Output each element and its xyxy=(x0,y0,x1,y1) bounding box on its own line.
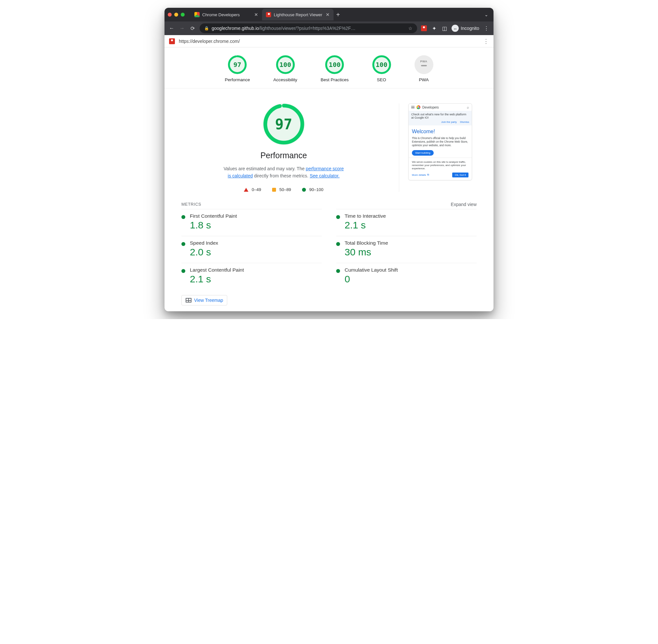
reload-button[interactable]: ⟳ xyxy=(189,25,196,31)
svg-point-3 xyxy=(373,56,390,73)
gauge-label: Best Practices xyxy=(321,77,349,82)
treemap-label: View Treemap xyxy=(194,298,223,303)
legend-good: 90–100 xyxy=(302,187,323,192)
svg-point-1 xyxy=(277,56,294,73)
tab-lighthouse-viewer[interactable]: Lighthouse Report Viewer ✕ xyxy=(262,9,333,21)
preview-brand: Developers xyxy=(422,106,465,109)
status-dot-icon xyxy=(336,215,340,219)
status-dot-icon xyxy=(181,215,185,219)
triangle-icon xyxy=(244,188,248,192)
star-icon[interactable]: ☆ xyxy=(408,26,413,31)
page-screenshot-preview: Developers ⌕ Check out what's new for th… xyxy=(408,103,477,192)
tested-url: https://developer.chrome.com/ xyxy=(179,39,479,44)
hamburger-icon xyxy=(411,106,415,109)
banner-text: Check out what's new for the web platfor… xyxy=(411,113,469,119)
incognito-indicator[interactable]: ⨝ Incognito xyxy=(452,25,479,32)
close-tab-icon[interactable]: ✕ xyxy=(326,12,330,17)
category-gauges: 97 Performance 100 Accessibility 100 Bes… xyxy=(164,47,494,88)
start-building-button: Start building xyxy=(412,150,434,156)
gauge-label: SEO xyxy=(377,77,386,82)
lock-icon: 🔒 xyxy=(204,26,209,30)
legend-average: 50–89 xyxy=(272,187,291,192)
performance-section: 97 Performance Values are estimated and … xyxy=(164,88,494,198)
welcome-heading: Welcome! xyxy=(412,129,468,135)
close-window-icon[interactable] xyxy=(168,13,172,17)
score-legend: 0–49 50–89 90–100 xyxy=(244,187,323,192)
metric-value: 2.1 s xyxy=(345,220,386,231)
incognito-icon: ⨝ xyxy=(452,25,459,32)
metric-cls: Cumulative Layout Shift 0 xyxy=(336,263,477,290)
metric-speed-index: Speed Index 2.0 s xyxy=(181,236,322,263)
gauge-seo[interactable]: 100 SEO xyxy=(372,55,391,82)
gauge-ring: 100 xyxy=(325,55,344,74)
chrome-logo-icon xyxy=(416,105,420,109)
view-treemap-button[interactable]: View Treemap xyxy=(181,295,227,305)
performance-heading: Performance xyxy=(260,151,307,160)
metrics-grid: First Contentful Paint 1.8 s Time to Int… xyxy=(164,209,494,293)
browser-menu-icon[interactable]: ⋮ xyxy=(483,25,489,31)
url-text: googlechrome.github.io/lighthouse/viewer… xyxy=(212,26,406,31)
gauge-ring: 97 xyxy=(228,55,247,74)
status-dot-icon xyxy=(336,242,340,246)
preview-body: Welcome! This is Chrome's official site … xyxy=(409,125,472,158)
browser-window: Chrome Developers ✕ Lighthouse Report Vi… xyxy=(164,8,494,311)
treemap-icon xyxy=(185,298,192,302)
pwa-dash xyxy=(421,65,427,66)
see-calculator-link[interactable]: See calculator. xyxy=(310,173,340,178)
metric-name: Total Blocking Time xyxy=(345,240,388,246)
extensions-icon[interactable]: ✦ xyxy=(431,25,437,31)
browser-toolbar: ← → ⟳ 🔒 googlechrome.github.io/lighthous… xyxy=(164,21,494,35)
lighthouse-icon xyxy=(169,38,175,44)
expand-view-toggle[interactable]: Expand view xyxy=(451,202,477,207)
maximize-window-icon[interactable] xyxy=(181,13,185,17)
gauge-label: Performance xyxy=(225,77,250,82)
legend-poor: 0–49 xyxy=(244,187,261,192)
new-tab-button[interactable]: + xyxy=(333,11,343,19)
gauge-performance[interactable]: 97 Performance xyxy=(225,55,250,82)
gauge-accessibility[interactable]: 100 Accessibility xyxy=(273,55,298,82)
address-bar[interactable]: 🔒 googlechrome.github.io/lighthouse/view… xyxy=(200,23,417,33)
preview-card: Developers ⌕ Check out what's new for th… xyxy=(408,103,472,180)
cookie-text: We serve cookies on this site to analyze… xyxy=(412,161,468,170)
metric-fcp: First Contentful Paint 1.8 s xyxy=(181,209,322,236)
lighthouse-extension-icon[interactable] xyxy=(421,25,427,31)
circle-icon xyxy=(302,188,306,192)
performance-description: Values are estimated and may vary. The p… xyxy=(222,165,346,179)
banner-cta: Join the party xyxy=(441,120,457,123)
lighthouse-favicon-icon xyxy=(266,12,271,17)
welcome-text: This is Chrome's official site to help y… xyxy=(412,136,468,147)
gauge-pwa[interactable]: PWA PWA xyxy=(415,55,433,82)
gauge-ring: PWA xyxy=(415,55,433,74)
status-dot-icon xyxy=(181,269,185,273)
status-dot-icon xyxy=(181,242,185,246)
gauge-best-practices[interactable]: 100 Best Practices xyxy=(321,55,349,82)
metric-name: Time to Interactive xyxy=(345,213,386,219)
svg-point-2 xyxy=(326,56,343,73)
metric-name: Largest Contentful Paint xyxy=(190,267,244,273)
close-tab-icon[interactable]: ✕ xyxy=(254,12,258,17)
gauge-ring: 100 xyxy=(372,55,391,74)
gauge-label: Accessibility xyxy=(273,77,298,82)
status-dot-icon xyxy=(336,269,340,273)
report-menu-icon[interactable]: ⋮ xyxy=(483,38,489,45)
minimize-window-icon[interactable] xyxy=(174,13,178,17)
external-link-icon: ⧉ xyxy=(427,173,429,177)
metrics-section-label: METRICS xyxy=(181,202,201,207)
panel-icon[interactable]: ◫ xyxy=(441,25,448,31)
square-icon xyxy=(272,188,276,192)
cookie-ok-button: Ok, Got it xyxy=(452,172,468,178)
back-button[interactable]: ← xyxy=(169,25,175,31)
tab-strip: Chrome Developers ✕ Lighthouse Report Vi… xyxy=(164,8,494,21)
tabs-overflow-icon[interactable]: ⌄ xyxy=(482,12,490,17)
chrome-favicon-icon xyxy=(194,12,200,17)
svg-point-4 xyxy=(265,106,302,143)
metric-value: 0 xyxy=(345,274,398,285)
tab-chrome-developers[interactable]: Chrome Developers ✕ xyxy=(191,9,262,21)
metrics-header: METRICS Expand view xyxy=(164,198,494,209)
metric-name: Cumulative Layout Shift xyxy=(345,267,398,273)
metric-name: Speed Index xyxy=(190,240,218,246)
preview-banner: Check out what's new for the web platfor… xyxy=(409,111,472,125)
performance-big-gauge: 97 xyxy=(263,103,305,145)
banner-dismiss: Dismiss xyxy=(460,120,469,123)
gauge-label: PWA xyxy=(419,77,429,82)
